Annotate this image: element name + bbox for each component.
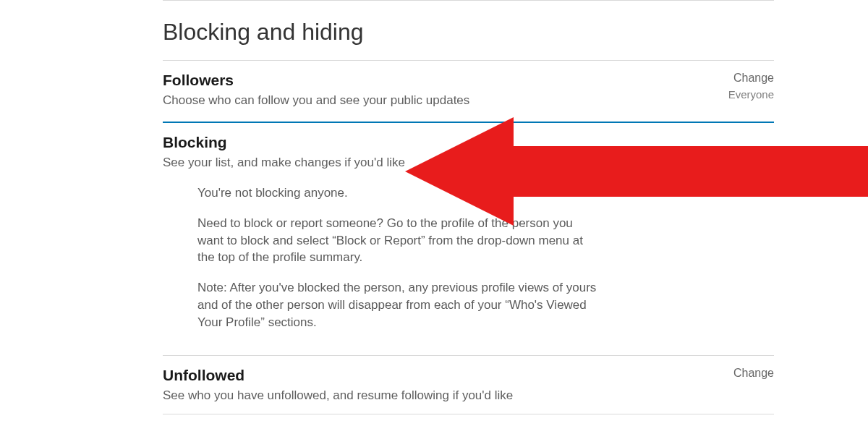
unfollowed-title: Unfollowed [163,367,733,384]
unfollowed-section[interactable]: Unfollowed See who you have unfollowed, … [163,356,774,414]
blocking-content: You're not blocking anyone. Need to bloc… [163,170,597,331]
blocking-empty-message: You're not blocking anyone. [197,184,597,202]
section-divider [163,414,774,414]
blocking-title: Blocking [163,134,774,151]
followers-change-link[interactable]: Change [728,72,774,85]
followers-section[interactable]: Followers Choose who can follow you and … [163,61,774,119]
followers-subtitle: Choose who can follow you and see your p… [163,93,728,108]
unfollowed-subtitle: See who you have unfollowed, and resume … [163,388,733,403]
page-title: Blocking and hiding [163,19,774,46]
top-divider [163,0,774,1]
blocking-instructions: Need to block or report someone? Go to t… [197,215,597,266]
blocking-subtitle: See your list, and make changes if you'd… [163,156,774,170]
blocking-note: Note: After you've blocked the person, a… [197,279,597,331]
followers-title: Followers [163,72,728,89]
blocking-section: Blocking See your list, and make changes… [163,123,774,355]
unfollowed-change-link[interactable]: Change [733,367,774,380]
followers-current-value: Everyone [728,88,774,101]
